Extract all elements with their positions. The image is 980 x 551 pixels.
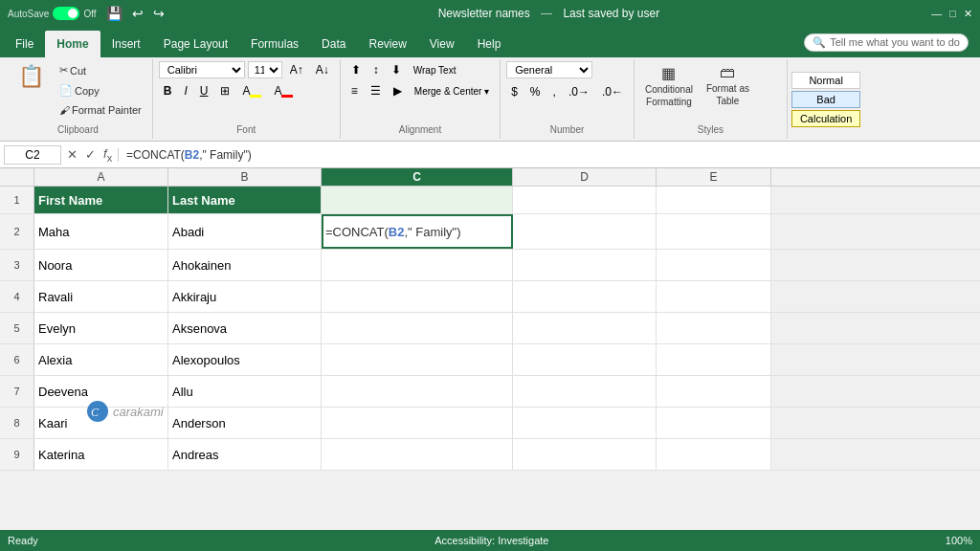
tab-data[interactable]: Data — [310, 31, 357, 57]
cell-b2[interactable]: Abadi — [168, 214, 322, 249]
align-right-button[interactable]: ▶ — [389, 82, 407, 99]
cell-c7[interactable] — [322, 376, 513, 407]
font-grow-button[interactable]: A↑ — [285, 61, 308, 78]
cell-e9[interactable] — [657, 439, 771, 470]
cell-d1[interactable] — [513, 187, 657, 213]
cell-d6[interactable] — [513, 344, 657, 375]
cell-e5[interactable] — [657, 313, 771, 343]
copy-button[interactable]: 📄 Copy — [55, 81, 146, 99]
cell-b8[interactable]: Anderson — [168, 408, 322, 438]
underline-button[interactable]: U — [195, 82, 213, 99]
cell-c1[interactable] — [322, 187, 513, 213]
cut-button[interactable]: ✂ ✂ Cut Cut — [55, 61, 146, 79]
col-header-c[interactable]: C — [322, 168, 513, 186]
cell-a6[interactable]: Alexia — [34, 344, 168, 375]
cancel-formula-icon[interactable]: ✕ — [65, 147, 79, 162]
undo-button[interactable]: ↩ — [130, 6, 145, 21]
cell-d2[interactable] — [513, 214, 657, 249]
cell-a8[interactable]: Kaari C carakami — [34, 408, 168, 438]
normal-style[interactable]: Normal — [791, 72, 860, 89]
cell-b5[interactable]: Aksenova — [168, 313, 322, 343]
cell-c5[interactable] — [322, 313, 513, 343]
percent-button[interactable]: % — [525, 83, 546, 100]
save-button[interactable]: 💾 — [104, 6, 124, 21]
cell-e8[interactable] — [657, 408, 771, 438]
cell-e2[interactable] — [657, 214, 771, 249]
italic-button[interactable]: I — [179, 82, 191, 99]
cell-reference-input[interactable]: C2 — [4, 145, 61, 165]
tab-review[interactable]: Review — [357, 31, 417, 57]
tell-me-bar[interactable]: 🔍 Tell me what you want to do — [804, 33, 969, 52]
format-as-table-button[interactable]: 🗃 Format as Table — [702, 61, 754, 110]
cell-a1[interactable]: First Name — [34, 187, 168, 213]
cell-b6[interactable]: Alexopoulos — [168, 344, 322, 375]
calculation-style[interactable]: Calculation — [791, 110, 860, 127]
cell-e3[interactable] — [657, 250, 771, 280]
restore-icon[interactable]: □ — [949, 8, 956, 19]
merge-center-button[interactable]: Merge & Center ▾ — [410, 82, 494, 99]
cell-c3[interactable] — [322, 250, 513, 280]
paste-button[interactable]: 📋 — [10, 61, 53, 92]
currency-button[interactable]: $ — [506, 83, 523, 100]
tab-page-layout[interactable]: Page Layout — [152, 31, 239, 57]
wrap-text-button[interactable]: Wrap Text — [409, 61, 461, 78]
cell-d9[interactable] — [513, 439, 657, 470]
cell-d8[interactable] — [513, 408, 657, 438]
tab-help[interactable]: Help — [466, 31, 513, 57]
cell-b4[interactable]: Akkiraju — [168, 281, 322, 312]
cell-b7[interactable]: Allu — [168, 376, 322, 407]
col-header-d[interactable]: D — [513, 168, 657, 186]
cell-a4[interactable]: Ravali — [34, 281, 168, 312]
tab-home[interactable]: Home — [45, 31, 100, 57]
font-color-button[interactable]: A — [269, 82, 298, 99]
increase-decimal-button[interactable]: .0→ — [564, 83, 594, 100]
align-bottom-button[interactable]: ⬇ — [387, 61, 406, 78]
autosave-toggle[interactable] — [53, 7, 79, 20]
col-header-e[interactable]: E — [657, 168, 771, 186]
cell-a5[interactable]: Evelyn — [34, 313, 168, 343]
cell-d7[interactable] — [513, 376, 657, 407]
cell-b3[interactable]: Ahokainen — [168, 250, 322, 280]
cell-e4[interactable] — [657, 281, 771, 312]
bad-style[interactable]: Bad — [791, 91, 860, 108]
cell-b9[interactable]: Andreas — [168, 439, 322, 470]
align-left-button[interactable]: ≡ — [346, 82, 363, 99]
bold-button[interactable]: B — [159, 82, 177, 99]
fill-color-button[interactable]: A — [237, 82, 266, 99]
cell-c8[interactable] — [322, 408, 513, 438]
cell-a9[interactable]: Katerina — [34, 439, 168, 470]
cell-c6[interactable] — [322, 344, 513, 375]
col-header-a[interactable]: A — [34, 168, 168, 186]
align-center-button[interactable]: ☰ — [366, 82, 386, 99]
border-button[interactable]: ⊞ — [215, 82, 234, 99]
close-icon[interactable]: ✕ — [964, 8, 972, 20]
cell-c2[interactable]: =CONCAT(B2," Family") — [322, 214, 513, 249]
cell-d5[interactable] — [513, 313, 657, 343]
cell-e1[interactable] — [657, 187, 771, 213]
cell-a7[interactable]: Deevena — [34, 376, 168, 407]
align-middle-button[interactable]: ↕ — [368, 61, 384, 78]
cell-e6[interactable] — [657, 344, 771, 375]
decrease-decimal-button[interactable]: .0← — [597, 83, 628, 100]
confirm-formula-icon[interactable]: ✓ — [83, 147, 98, 162]
cell-c4[interactable] — [322, 281, 513, 312]
insert-function-icon[interactable]: fx — [101, 146, 114, 164]
tab-formulas[interactable]: Formulas — [239, 31, 310, 57]
cell-e7[interactable] — [657, 376, 771, 407]
cell-d3[interactable] — [513, 250, 657, 280]
font-shrink-button[interactable]: A↓ — [311, 61, 334, 78]
cell-a2[interactable]: Maha — [34, 214, 168, 249]
col-header-b[interactable]: B — [168, 168, 322, 186]
cell-b1[interactable]: Last Name — [168, 187, 322, 213]
tab-view[interactable]: View — [418, 31, 466, 57]
tab-file[interactable]: File — [4, 31, 45, 57]
cell-a3[interactable]: Noora — [34, 250, 168, 280]
number-format-select[interactable]: General — [506, 61, 592, 78]
conditional-formatting-button[interactable]: ▦ Conditional Formatting — [640, 61, 698, 110]
redo-button[interactable]: ↪ — [151, 6, 167, 21]
cell-d4[interactable] — [513, 281, 657, 312]
cell-c9[interactable] — [322, 439, 513, 470]
comma-button[interactable]: , — [548, 83, 561, 100]
align-top-button[interactable]: ⬆ — [346, 61, 366, 78]
format-painter-button[interactable]: 🖌 Format Painter — [55, 101, 146, 119]
